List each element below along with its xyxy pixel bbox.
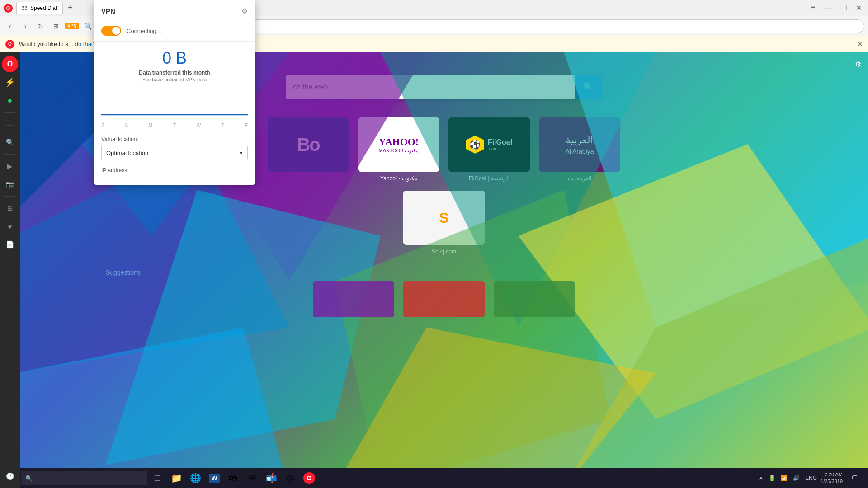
taskbar-tray: ∧ 🔋 📶 🔊 ENG 2:20 AM 1/25/2019 🗨 [757, 470, 866, 486]
vpn-location-label: Virtual location: [101, 136, 248, 142]
browser-window: O Speed Dial + ≡ — ❐ ✕ ‹ › ↻ ⊞ VPN 🔍 [0, 0, 868, 488]
notification-center-icon: 🗨 [851, 474, 858, 482]
sidebar-item-messenger[interactable]: ⚡ [2, 74, 18, 90]
sidebar-item-heart[interactable]: ♥ [2, 218, 18, 235]
tray-date: 1/25/2019 [821, 478, 843, 485]
taskbar-taskview[interactable]: ❑ [148, 469, 166, 487]
close-button[interactable]: ✕ [853, 3, 864, 13]
souq-logo: S [439, 210, 448, 226]
search-container: 🔍 [286, 75, 602, 99]
vpn-toggle[interactable] [101, 26, 121, 36]
sidebar-divider-2 [5, 154, 15, 155]
sidebar-item-search[interactable]: 🔍 [2, 134, 18, 150]
minimize-button[interactable]: — [821, 3, 834, 13]
search-input[interactable] [286, 75, 575, 99]
vpn-chart: S S M T W T F [101, 93, 248, 129]
maximize-button[interactable]: ❐ [838, 3, 849, 13]
tray-volume-icon[interactable]: 🔊 [791, 474, 802, 482]
chart-day-6: F [245, 123, 248, 128]
taskbar-chrome2[interactable]: ◎ [281, 469, 299, 487]
sidebar-divider-3 [5, 196, 15, 197]
speed-dial-filgoal[interactable]: ⚽ FilGoal .com FilGoal | الرئيسية [448, 117, 530, 182]
tray-datetime[interactable]: 2:20 AM 1/25/2019 [821, 471, 844, 485]
tray-language[interactable]: ENG [803, 474, 819, 482]
taskbar-file-explorer[interactable]: 📁 [167, 469, 185, 487]
sidebar-item-camera[interactable]: 📷 [2, 176, 18, 192]
tab-icon [22, 6, 28, 10]
taskbar-store[interactable]: 🛍 [224, 469, 242, 487]
back-button[interactable]: ‹ [4, 20, 16, 33]
taskbar-chrome[interactable]: 🌐 [186, 469, 204, 487]
svg-marker-10 [20, 328, 289, 488]
search-button[interactable]: 🔍 [575, 75, 602, 99]
search-icon-nav: 🔍 [82, 20, 94, 33]
refresh-button[interactable]: ↻ [34, 20, 47, 33]
vpn-panel: VPN ⚙ Connecting... 0 B Data transferred… [94, 0, 255, 185]
taskbar-search[interactable]: 🔍 [21, 471, 147, 485]
opera-taskbar-icon: O [303, 472, 315, 484]
file-explorer-icon: 📁 [171, 473, 182, 483]
tray-notification-button[interactable]: 🗨 [846, 470, 863, 486]
sidebar: O ⚡ ● — 🔍 ▶ 📷 ⊞ ♥ 📄 🕐 [0, 52, 20, 488]
tray-wifi-icon[interactable]: 📶 [779, 474, 789, 482]
sidebar-divider-1 [5, 112, 15, 113]
vpn-panel-header: VPN ⚙ [94, 0, 255, 20]
yahoo-logo: YAHOO! MAKTOOB مكتوب [379, 136, 419, 154]
taskbar-outlook[interactable]: 📬 [262, 469, 280, 487]
sidebar-item-whatsapp[interactable]: ● [2, 92, 18, 108]
suggestions-section: Suggestions [33, 268, 854, 277]
speed-dial-alarabiya[interactable]: العربية Al Arabiya العربية.نت [539, 117, 620, 182]
taskbar-opera[interactable]: O [300, 469, 318, 487]
suggestions-row [313, 281, 575, 317]
notification-close-button[interactable]: ✕ [857, 40, 863, 48]
vpn-button[interactable]: VPN [65, 23, 79, 29]
settings-icon[interactable]: ⚙ [850, 56, 866, 72]
sidebar-item-clock[interactable]: 🕐 [2, 468, 18, 484]
sidebar-item-opera[interactable]: O [2, 56, 18, 72]
taskview-icon: ❑ [154, 474, 160, 483]
new-tab-button[interactable]: + [65, 3, 75, 14]
vpn-gear-icon[interactable]: ⚙ [241, 7, 248, 15]
opera-logo-title[interactable]: O [4, 4, 13, 13]
vpn-chart-days: S S M T W T F [101, 122, 248, 129]
taskbar-mail[interactable]: ✉ [243, 469, 261, 487]
sidebar-item-play[interactable]: ▶ [2, 158, 18, 174]
toggle-knob [112, 27, 120, 35]
chart-day-5: T [222, 123, 224, 128]
grid-button[interactable]: ⊞ [50, 20, 62, 33]
vpn-ip-label: IP address: [101, 167, 128, 174]
booking-logo: Bo [297, 135, 319, 155]
word-icon: W [209, 474, 219, 483]
chart-day-4: W [197, 123, 201, 128]
vpn-location-dropdown[interactable]: Optimal location ▾ [101, 145, 248, 160]
tray-time: 2:20 AM [821, 471, 843, 478]
sidebar-item-grid[interactable]: ⊞ [2, 200, 18, 216]
outlook-icon: 📬 [266, 473, 277, 483]
speed-dial-souq[interactable]: S Souq.com [403, 191, 485, 255]
speed-dial-row2: S Souq.com [403, 191, 485, 255]
chrome2-icon: ◎ [287, 473, 294, 483]
window-controls: ≡ — ❐ ✕ [808, 3, 864, 13]
menu-icon[interactable]: ≡ [808, 3, 818, 13]
suggestion-3[interactable] [494, 281, 575, 317]
active-tab[interactable]: Speed Dial [16, 2, 63, 14]
yahoo-label: Yahoo! - مكتوب [380, 175, 417, 182]
forward-button[interactable]: › [19, 20, 32, 33]
notification-opera-icon: O [5, 40, 14, 49]
svg-marker-6 [105, 190, 381, 465]
tray-battery-icon[interactable]: 🔋 [767, 474, 777, 482]
speed-dial-booking[interactable]: Bo [268, 117, 349, 182]
speed-dial-yahoo[interactable]: YAHOO! MAKTOOB مكتوب Yahoo! - مكتوب [358, 117, 439, 182]
filgoal-logo: ⚽ FilGoal .com [466, 136, 512, 154]
sidebar-item-news[interactable]: 📄 [2, 236, 18, 253]
vpn-toggle-row: Connecting... [94, 20, 255, 42]
suggestion-1[interactable] [313, 281, 394, 317]
taskbar: ⊞ 🔍 ❑ 📁 🌐 W 🛍 ✉ 📬 ◎ O [0, 468, 868, 488]
vpn-ip-section: IP address: [94, 164, 255, 176]
chrome-icon: 🌐 [190, 473, 201, 483]
taskbar-word[interactable]: W [205, 469, 223, 487]
suggestion-2[interactable] [403, 281, 485, 317]
sidebar-item-minus[interactable]: — [2, 116, 18, 132]
tray-up-arrow[interactable]: ∧ [757, 474, 765, 482]
vpn-status-text: Connecting... [127, 28, 161, 34]
